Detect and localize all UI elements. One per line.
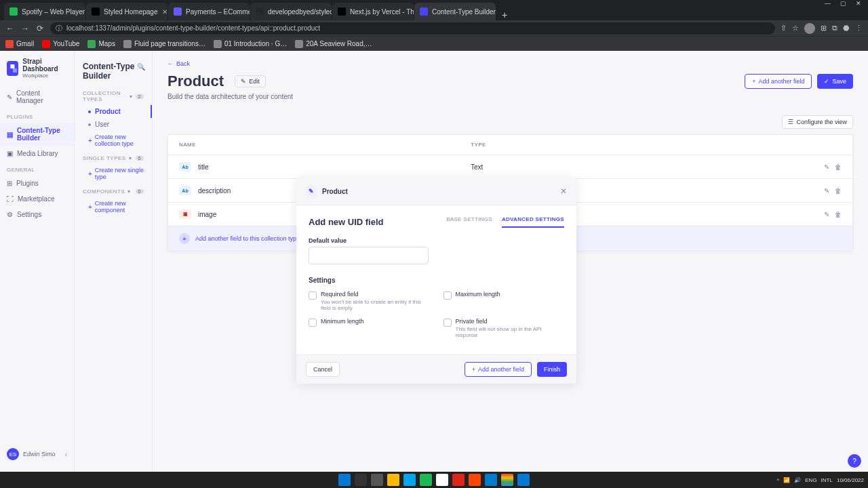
tray-kbd[interactable]: INTL [821,477,833,483]
system-tray[interactable]: ^ 📶 🔊 ENG INTL 10/06/2022 [777,472,865,488]
user-avatar[interactable]: ES [7,448,19,460]
nav-content-manager[interactable]: ✎ Content Manager [0,85,74,108]
minimize-icon[interactable]: — [825,0,831,9]
extension-icon[interactable]: ⧉ [832,24,837,33]
extension-icon-2[interactable]: ⬣ [843,24,850,33]
bookmark-item[interactable]: Fluid page transitions… [123,40,205,48]
browser-tab[interactable]: Styled Homepage✕ [86,3,167,20]
app-icon[interactable] [403,474,416,486]
close-tab-icon[interactable]: ✕ [162,8,167,16]
nav-media[interactable]: ▣ Media Library [0,146,74,161]
edit-field-icon[interactable]: ✎ [824,163,829,171]
checkbox[interactable] [309,319,317,327]
configure-view-button[interactable]: ☰ Configure the view [782,115,853,129]
edit-field-icon[interactable]: ✎ [824,187,829,195]
bookmark-star-icon[interactable]: ☆ [792,24,799,33]
site-info-icon[interactable]: ⓘ [56,24,62,33]
nav-back-icon[interactable]: ← [5,24,15,33]
checkbox[interactable] [309,291,317,300]
save-button[interactable]: ✓ Save [817,74,853,89]
profile-avatar[interactable] [804,23,815,34]
tab-title: Content-Type Builder [432,8,496,16]
explorer-icon[interactable] [387,474,399,486]
favicon-icon [87,40,96,48]
vscode-icon[interactable] [485,474,497,486]
tray-wifi-icon[interactable]: 📶 [783,477,790,483]
tab-base-settings[interactable]: BASE SETTINGS [446,216,492,228]
check-hint: This field will not show up in the API r… [456,326,565,338]
sidebar-item-user[interactable]: User [75,118,152,131]
start-icon[interactable] [338,474,351,486]
delete-field-icon[interactable]: 🗑 [835,211,842,218]
group-components[interactable]: COMPONENTS ▾ 0 [75,183,152,197]
sliders-icon: ☰ [788,119,793,125]
extensions-icon[interactable]: ⊞ [821,24,827,33]
bookmark-item[interactable]: YouTube [42,40,79,48]
delete-field-icon[interactable]: 🗑 [835,187,842,195]
nav-plugins[interactable]: ⊞ Plugins [0,176,74,191]
back-link[interactable]: ← Back [167,60,853,67]
browser-tab[interactable]: Payments – ECommerce – Strip…✕ [168,3,250,20]
maximize-icon[interactable]: ▢ [840,0,846,9]
checkbox[interactable] [443,319,452,327]
tray-date[interactable]: 10/06/2022 [837,477,864,483]
add-label: Create new collection type [95,134,144,147]
help-bubble[interactable]: ? [848,454,861,468]
edit-button[interactable]: ✎ Edit [235,75,266,87]
tab-advanced-settings[interactable]: ADVANCED SETTINGS [502,216,564,228]
collapse-nav-icon[interactable]: ‹ [65,451,67,458]
nav-reload-icon[interactable]: ⟳ [35,24,45,33]
private-field-option[interactable]: Private field This field will not show u… [443,318,565,338]
chrome-icon[interactable] [501,474,513,486]
nav-marketplace[interactable]: ⛶ Marketplace [0,191,74,207]
nav-settings[interactable]: ⚙ Settings [0,207,74,222]
menu-icon[interactable]: ⋮ [855,24,863,33]
share-icon[interactable]: ⇧ [781,24,787,33]
required-field-option[interactable]: Required field You won't be able to crea… [309,291,430,311]
bookmark-item[interactable]: Maps [87,40,115,48]
tray-lang[interactable]: ENG [805,477,816,483]
app-icon[interactable] [469,474,481,486]
delete-field-icon[interactable]: 🗑 [835,163,842,171]
tray-chevron-icon[interactable]: ^ [777,477,780,483]
browser-tab[interactable]: developedbyed/styled-fronten…✕ [250,3,332,20]
max-length-option[interactable]: Maximum length [443,291,565,311]
checkbox[interactable] [443,291,452,300]
svg-rect-1 [13,68,17,73]
create-component[interactable]: + Create new component [75,197,152,216]
taskview-icon[interactable] [371,474,383,486]
search-icon[interactable]: 🔍 [137,63,145,70]
url-bar[interactable]: ⓘ localhost:1337/admin/plugins/content-t… [50,22,775,35]
cancel-button[interactable]: Cancel [306,362,340,377]
tab-title: developedbyed/styled-fronten… [268,8,332,16]
search-taskbar-icon[interactable] [355,474,367,486]
app-icon[interactable] [436,474,448,486]
browser-tab[interactable]: Spotify – Web Player✕ [4,3,85,20]
create-single-type[interactable]: + Create new single type [75,164,152,183]
browser-tab[interactable]: Content-Type Builder✕ [414,3,496,20]
edit-field-icon[interactable]: ✎ [824,211,829,218]
group-collection-types[interactable]: COLLECTION TYPES ▾ 2 [75,85,152,105]
finish-button[interactable]: Finish [537,362,567,377]
group-single-types[interactable]: SINGLE TYPES ▾ 0 [75,150,152,164]
close-icon[interactable]: ✕ [560,186,567,196]
spotify-icon[interactable] [420,474,432,486]
bookmark-item[interactable]: 01 Introduction · G… [214,40,287,48]
min-length-option[interactable]: Minimum length [309,318,430,338]
favicon-icon [123,40,132,48]
tray-volume-icon[interactable]: 🔊 [794,477,801,483]
bookmark-item[interactable]: Gmail [5,40,34,48]
nav-forward-icon[interactable]: → [20,24,30,33]
nav-ctb[interactable]: ▤ Content-Type Builder [0,123,74,146]
sidebar-item-product[interactable]: Product [75,105,152,118]
default-value-input[interactable] [309,247,429,264]
new-tab-button[interactable]: + [496,9,513,20]
close-window-icon[interactable]: ✕ [856,0,861,9]
bookmark-item[interactable]: 20A Seaview Road,… [295,40,372,48]
app-icon[interactable] [452,474,465,486]
browser-tab[interactable]: Next.js by Vercel - The React Fra…✕ [332,3,414,20]
add-another-field-button[interactable]: + Add another field [745,74,812,89]
add-another-field-button-modal[interactable]: + Add another field [465,362,532,377]
app-icon[interactable] [517,474,530,486]
create-collection-type[interactable]: + Create new collection type [75,131,152,150]
